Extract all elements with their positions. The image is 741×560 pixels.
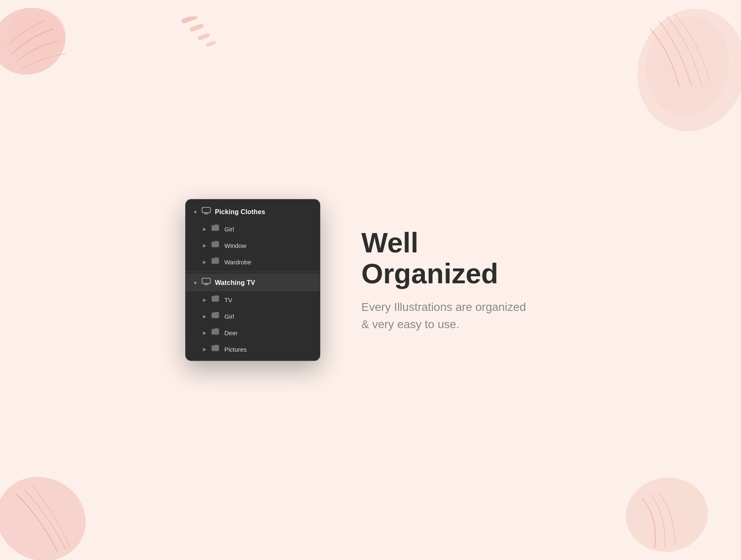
group-picking-clothes[interactable]: ▼ Picking Clothes — [186, 203, 320, 221]
subtext: Every Illustrations are organized & very… — [361, 299, 556, 333]
arrow-right-icon: ▶ — [203, 346, 206, 352]
main-heading: Well Organized — [361, 227, 556, 289]
svg-point-1 — [5, 4, 70, 62]
folder-icon — [211, 328, 219, 337]
folder-icon — [211, 241, 219, 250]
svg-rect-5 — [189, 23, 204, 32]
file-panel: ▼ Picking Clothes ▶ Girl ▶ — [185, 199, 320, 361]
svg-point-2 — [624, 0, 741, 144]
arrow-right-icon: ▶ — [203, 330, 206, 335]
tree-item-pictures[interactable]: ▶ Pictures — [186, 341, 320, 357]
blob-top-left — [0, 0, 86, 86]
svg-rect-11 — [202, 278, 210, 284]
tree-item-tv[interactable]: ▶ TV — [186, 292, 320, 308]
item-label: Pictures — [224, 345, 247, 352]
tree-item-deer[interactable]: ▶ Deer — [186, 324, 320, 341]
tree-item-window[interactable]: ▶ Window — [186, 237, 320, 254]
svg-rect-10 — [202, 208, 210, 213]
item-label: Girl — [224, 225, 234, 232]
group-picking-clothes-label: Picking Clothes — [215, 208, 265, 215]
blob-bottom-right — [618, 465, 716, 560]
item-label: Wardrobe — [224, 258, 251, 265]
group-watching-tv[interactable]: ▼ Watching TV — [186, 274, 320, 292]
tree-item-girl-2[interactable]: ▶ Girl — [186, 308, 320, 324]
folder-icon — [211, 224, 219, 233]
chevron-down-icon: ▼ — [193, 280, 198, 285]
monitor-icon — [202, 207, 211, 217]
dashes-top — [181, 16, 235, 58]
arrow-right-icon: ▶ — [203, 226, 206, 231]
svg-point-0 — [0, 0, 75, 85]
svg-point-3 — [638, 10, 737, 121]
text-content: Well Organized Every Illustrations are o… — [361, 227, 556, 333]
group-watching-tv-label: Watching TV — [215, 279, 255, 286]
monitor-icon-2 — [202, 278, 211, 287]
svg-rect-6 — [197, 33, 210, 41]
item-label: Deer — [224, 329, 238, 336]
item-label: Girl — [224, 313, 234, 320]
blob-top-right — [589, 0, 741, 144]
arrow-right-icon: ▶ — [203, 259, 206, 264]
tree-item-girl-1[interactable]: ▶ Girl — [186, 221, 320, 237]
folder-icon — [211, 312, 219, 321]
subtext-line2: & very easy to use. — [361, 318, 459, 331]
svg-point-9 — [620, 471, 714, 558]
folder-icon — [211, 345, 219, 354]
item-label: Window — [224, 242, 246, 249]
chevron-down-icon: ▼ — [193, 209, 198, 214]
item-label: TV — [224, 296, 232, 303]
folder-icon — [211, 257, 219, 266]
subtext-line1: Every Illustrations are organized — [361, 301, 526, 313]
tree-item-wardrobe[interactable]: ▶ Wardrobe — [186, 254, 320, 270]
svg-point-8 — [0, 462, 100, 560]
folder-icon — [211, 295, 219, 304]
arrow-right-icon: ▶ — [203, 243, 206, 248]
arrow-right-icon: ▶ — [203, 297, 206, 302]
divider — [186, 272, 320, 272]
svg-rect-7 — [205, 40, 217, 47]
arrow-right-icon: ▶ — [203, 313, 206, 319]
svg-rect-4 — [181, 16, 198, 24]
main-content: ▼ Picking Clothes ▶ Girl ▶ — [185, 199, 556, 361]
blob-bottom-left — [0, 453, 107, 560]
